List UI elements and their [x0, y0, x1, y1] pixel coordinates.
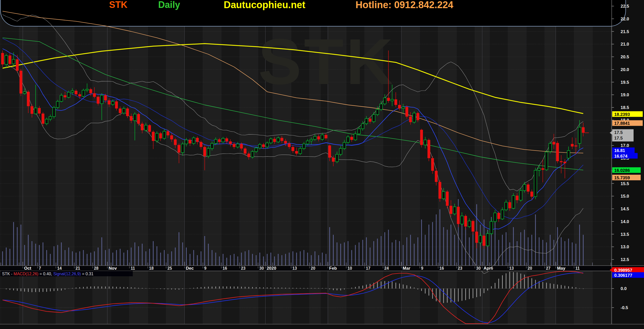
candle-body-down [446, 191, 449, 206]
candle-body-up [512, 196, 515, 208]
volume-bar [79, 251, 80, 265]
candle-body-down [552, 142, 555, 144]
candle-body-up [163, 131, 166, 139]
price-axis-label: 20.0 [621, 67, 629, 72]
volume-bar [329, 227, 330, 265]
candle-body-up [523, 184, 526, 190]
ticker-symbol: STK [109, 0, 127, 10]
candle-body-down [240, 144, 243, 148]
volume-bar [112, 253, 113, 265]
volume-bar [333, 235, 334, 265]
price-axis-label: 17.0 [621, 143, 629, 148]
volume-bar [392, 242, 392, 265]
volume-bar [153, 241, 154, 265]
candle-body-up [314, 136, 316, 139]
candle-body-down [20, 71, 22, 94]
candle-body-up [358, 129, 360, 134]
volume-bar [127, 250, 128, 265]
candle-body-up [302, 144, 305, 148]
candle-body-down [200, 142, 202, 147]
candle-body-up [277, 138, 280, 142]
volume-bar [535, 214, 536, 265]
macd-legend-signal-value: = 0.31 [81, 272, 93, 276]
volume-bar [403, 245, 404, 265]
candle-body-down [405, 107, 408, 117]
volume-bar [447, 230, 448, 265]
candle-body-down [170, 135, 173, 139]
volume-bar [348, 241, 348, 265]
candle-body-up [306, 141, 309, 144]
volume-bar [362, 240, 363, 265]
candle-body-down [137, 114, 140, 124]
candle-body-up [424, 140, 427, 145]
candle-body-up [335, 154, 338, 162]
volume-bar [90, 253, 91, 265]
candle-body-up [60, 95, 63, 101]
price-value-label-text: 18.2393 [614, 112, 630, 117]
volume-bar [72, 251, 73, 265]
candle-body-down [93, 93, 96, 97]
volume-bar [531, 235, 532, 265]
volume-bar [351, 250, 352, 265]
macd-axis-label: -0.5 [621, 305, 628, 310]
volume-bar [76, 253, 77, 265]
candle-body-down [317, 136, 320, 139]
week-band [310, 271, 320, 324]
volume-bar [32, 241, 32, 265]
banner-frame [1, 0, 626, 26]
candle-body-down [64, 95, 66, 97]
price-axis-label: 19.0 [621, 92, 629, 97]
candle-body-up [269, 139, 272, 143]
volume-bar [164, 250, 165, 265]
candle-body-down [41, 114, 44, 124]
candle-body-down [104, 95, 107, 100]
date-label: 25 [167, 266, 172, 270]
candle-body-down [398, 105, 401, 108]
candle-body-up [461, 216, 463, 224]
macd-value-label-text: 0.398957 [614, 268, 632, 273]
volume-bar [572, 242, 573, 265]
volume-bar [502, 235, 503, 265]
date-label: Mar [403, 266, 411, 271]
volume-bar [557, 227, 558, 265]
volume-bar [50, 254, 51, 265]
volume-bar [440, 209, 440, 265]
candle-body-up [538, 168, 540, 170]
macd-legend-signal-name: Signal(12,26,9) [53, 272, 81, 276]
candle-body-up [494, 213, 496, 222]
volume-bar [145, 251, 146, 265]
candle-body-up [479, 236, 482, 243]
volume-bar [274, 256, 275, 265]
macd-value-label-text: 0.306177 [614, 273, 632, 278]
date-label: Dec [186, 266, 194, 271]
price-axis-label: 13.5 [621, 232, 629, 237]
volume-bar [252, 254, 253, 265]
volume-bar [550, 235, 551, 265]
candle-body-up [181, 144, 184, 153]
volume-bar [245, 251, 245, 265]
week-band [93, 271, 111, 324]
candle-body-down [328, 145, 331, 158]
volume-bar [406, 237, 407, 265]
candle-body-down [148, 125, 151, 132]
candlestick-chart[interactable]: STK Daily Dautucophieu.net Hotline: 0912… [0, 0, 644, 329]
price-axis-label: 22.5 [621, 4, 629, 9]
candle-body-down [464, 216, 467, 227]
price-axis-label: 15.5 [621, 181, 629, 186]
week-band [203, 271, 221, 324]
volume-bar [120, 249, 121, 265]
volume-bar [543, 240, 543, 265]
date-label: 18 [149, 266, 154, 270]
volume-bar [230, 255, 231, 265]
volume-bar [546, 242, 547, 265]
volume-bar [576, 244, 576, 265]
candle-body-down [229, 141, 232, 144]
date-label: May [557, 266, 566, 271]
volume-bar [61, 242, 62, 265]
volume-bar [68, 248, 69, 265]
date-label: 16 [223, 266, 227, 270]
candle-body-up [23, 92, 26, 93]
volume-bar [417, 237, 418, 265]
date-label: 9 [204, 266, 207, 270]
candle-body-up [255, 148, 258, 152]
